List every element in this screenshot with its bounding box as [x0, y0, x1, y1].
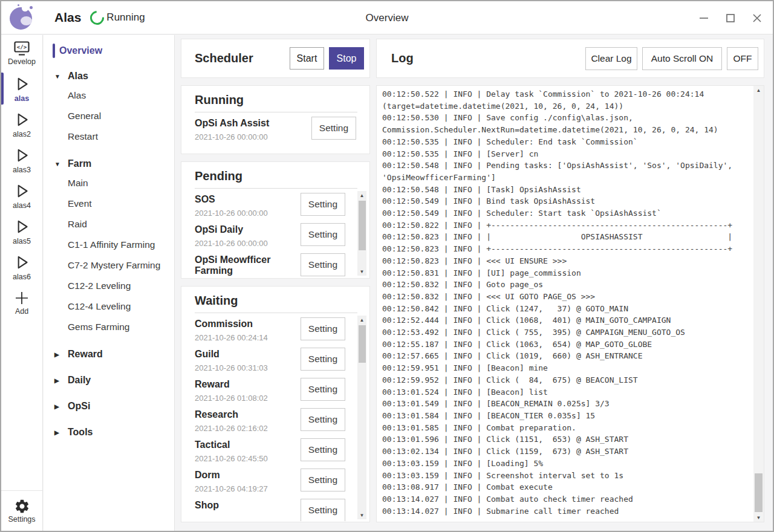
scroll-up-arrow-icon[interactable]: ▲ — [357, 316, 366, 324]
task-row: OpSi Ash Assist 2021-10-26 00:00:00 Sett… — [195, 115, 356, 145]
alas-app-window: Alas Running Overview </> — [0, 0, 774, 532]
task-name: OpSi Ash Assist — [195, 115, 299, 129]
nav-item-restart[interactable]: Restart — [44, 126, 174, 147]
close-button[interactable] — [747, 8, 767, 28]
auto-scroll-on-button[interactable]: Auto Scroll ON — [642, 47, 722, 70]
task-setting-button[interactable]: Setting — [301, 348, 345, 371]
task-setting-button[interactable]: Setting — [301, 253, 345, 276]
code-monitor-icon: </> — [13, 41, 31, 57]
nav-menu: Overview ▼ Alas Alas General Restart ▼ F… — [44, 35, 175, 531]
task-name: Commission — [195, 316, 299, 329]
nav-item-event[interactable]: Event — [44, 193, 174, 214]
pending-title: Pending — [195, 162, 357, 189]
scroll-up-arrow-icon[interactable]: ▲ — [753, 86, 764, 94]
rail-item-label: Settings — [8, 515, 35, 524]
running-card: Running OpSi Ash Assist 2021-10-26 00:00… — [181, 85, 370, 154]
task-setting-button[interactable]: Setting — [311, 117, 356, 140]
nav-item-overview[interactable]: Overview — [44, 42, 174, 59]
log-output-area[interactable]: 00:12:50.522 | INFO | Delay task `Commis… — [376, 85, 764, 522]
nav-item-c12-2-leveling[interactable]: C12-2 Leveling — [44, 276, 174, 296]
task-setting-button[interactable]: Setting — [301, 378, 345, 401]
task-row: Tactical 2021-10-26 02:45:50 Setting — [195, 436, 345, 467]
rail-item-label: alas5 — [13, 237, 31, 245]
scroll-up-arrow-icon[interactable]: ▲ — [357, 191, 366, 199]
scroll-down-arrow-icon[interactable]: ▼ — [753, 513, 764, 522]
nav-group-farm[interactable]: ▼ Farm — [44, 155, 174, 173]
minimize-button[interactable] — [694, 8, 714, 28]
nav-group-label: Tools — [68, 427, 93, 438]
sidebar-item-develop[interactable]: </> Develop — [1, 35, 42, 71]
scheduler-panel: Scheduler Start Stop — [181, 39, 370, 78]
sidebar-item-alas[interactable]: alas — [1, 71, 42, 106]
waiting-list: Commission 2021-10-26 00:24:14 Setting G… — [195, 316, 345, 521]
nav-group-daily[interactable]: ▶ Daily — [44, 371, 174, 389]
nav-item-alas[interactable]: Alas — [44, 85, 174, 106]
sidebar-item-settings[interactable]: Settings — [1, 490, 42, 531]
nav-group-tools[interactable]: ▶ Tools — [44, 423, 174, 441]
start-button[interactable]: Start — [290, 47, 324, 70]
waiting-card: Waiting Commission 2021-10-26 00:24:14 S… — [181, 286, 370, 522]
chevron-down-icon: ▼ — [54, 73, 63, 80]
sidebar-item-alas6[interactable]: alas6 — [1, 249, 42, 285]
nav-item-raid[interactable]: Raid — [44, 214, 174, 235]
nav-item-main[interactable]: Main — [44, 173, 174, 193]
nav-item-gems-farming[interactable]: Gems Farming — [44, 317, 174, 337]
nav-group-opsi[interactable]: ▶ OpSi — [44, 397, 174, 415]
pending-scrollbar[interactable]: ▲ ▼ — [357, 191, 366, 276]
task-setting-button[interactable]: Setting — [301, 193, 345, 216]
task-row: Dorm 2021-10-26 04:19:27 Setting — [195, 467, 345, 497]
log-scrollbar[interactable]: ▲ ▼ — [753, 86, 764, 522]
nav-group-label: OpSi — [68, 401, 90, 412]
maximize-button[interactable] — [721, 8, 740, 28]
page-title: Overview — [366, 1, 409, 34]
scheduler-title: Scheduler — [195, 51, 290, 65]
scroll-down-arrow-icon[interactable]: ▼ — [357, 511, 366, 519]
sidebar-item-alas2[interactable]: alas2 — [1, 106, 42, 142]
main-content: Scheduler Start Stop Running OpSi Ash As… — [175, 35, 773, 531]
sidebar-item-alas3[interactable]: alas3 — [1, 142, 42, 178]
task-row: Commission 2021-10-26 00:24:14 Setting — [195, 316, 345, 346]
task-setting-button[interactable]: Setting — [301, 223, 345, 246]
play-icon — [12, 146, 31, 165]
task-name: Reward — [195, 376, 299, 390]
log-lines: 00:12:50.522 | INFO | Delay task `Commis… — [377, 86, 753, 519]
chevron-down-icon: ▼ — [54, 161, 63, 167]
scroll-thumb[interactable] — [359, 325, 366, 363]
nav-item-general[interactable]: General — [44, 106, 174, 126]
instance-rail: </> Develop alas alas2 alas3 — [1, 35, 43, 531]
play-icon — [12, 110, 31, 129]
sidebar-item-alas4[interactable]: alas4 — [1, 178, 42, 213]
task-setting-button[interactable]: Setting — [301, 469, 345, 491]
nav-group-reward[interactable]: ▶ Reward — [44, 345, 174, 363]
sidebar-item-alas5[interactable]: alas5 — [1, 213, 42, 249]
stop-button[interactable]: Stop — [329, 47, 364, 70]
task-setting-button[interactable]: Setting — [301, 499, 345, 521]
running-title: Running — [195, 86, 357, 112]
task-name: Tactical — [195, 436, 299, 450]
nav-item-c1-1-affinity-farming[interactable]: C1-1 Affinity Farming — [44, 235, 174, 255]
scroll-thumb[interactable] — [359, 201, 366, 250]
scroll-down-arrow-icon[interactable]: ▼ — [357, 267, 366, 276]
scroll-thumb[interactable] — [755, 473, 763, 512]
task-setting-button[interactable]: Setting — [301, 438, 345, 461]
task-setting-button[interactable]: Setting — [301, 317, 345, 340]
status-text: Running — [106, 11, 145, 24]
play-icon — [12, 181, 31, 201]
waiting-scrollbar[interactable]: ▲ ▼ — [357, 316, 366, 519]
task-row: OpSi Daily 2021-10-26 00:00:00 Setting — [195, 221, 345, 251]
clear-log-button[interactable]: Clear Log — [585, 47, 637, 70]
rail-item-label: Develop — [8, 57, 36, 66]
waiting-title: Waiting — [195, 287, 357, 313]
add-instance-button[interactable]: Add — [1, 285, 42, 320]
app-title: Alas — [54, 10, 81, 25]
nav-group-alas[interactable]: ▼ Alas — [44, 67, 174, 85]
title-bar: Alas Running Overview — [1, 1, 773, 34]
auto-scroll-off-button[interactable]: OFF — [727, 47, 758, 70]
task-setting-button[interactable]: Setting — [301, 408, 345, 431]
nav-group-label: Alas — [68, 71, 88, 82]
task-row: Reward 2021-10-26 01:08:02 Setting — [195, 376, 345, 406]
chevron-right-icon: ▶ — [54, 377, 63, 384]
nav-item-c7-2-mystery-farming[interactable]: C7-2 Mystery Farming — [44, 255, 174, 276]
scheduler-status: Running — [90, 11, 145, 25]
nav-item-c12-4-leveling[interactable]: C12-4 Leveling — [44, 296, 174, 317]
